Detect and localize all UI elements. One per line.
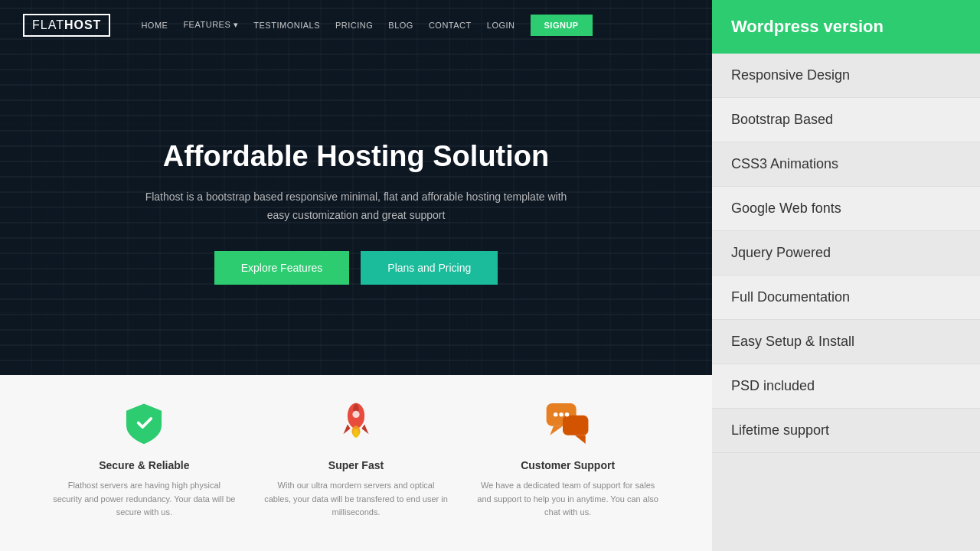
explore-features-button[interactable]: Explore Features <box>214 251 350 285</box>
svg-point-9 <box>559 412 564 417</box>
nav-testimonials[interactable]: TESTIMONIALS <box>253 21 320 30</box>
nav-home[interactable]: HOME <box>141 21 168 30</box>
features-section: Secure & Reliable Flathost servers are h… <box>0 375 712 551</box>
feature-secure-title: Secure & Reliable <box>99 459 189 471</box>
nav-features[interactable]: FEATURES ▾ <box>183 20 238 30</box>
sidebar-item-css3-animations[interactable]: CSS3 Animations <box>712 142 980 187</box>
sidebar-item-lifetime-support[interactable]: Lifetime support <box>712 409 980 453</box>
hero-buttons: Explore Features Plans and Pricing <box>214 251 498 285</box>
rocket-icon <box>331 398 381 448</box>
sidebar-item-google-web-fonts[interactable]: Google Web fonts <box>712 187 980 231</box>
nav-links: HOME FEATURES ▾ TESTIMONIALS PRICING BLO… <box>141 15 689 36</box>
sidebar-header: Wordpress version <box>712 0 980 54</box>
hero-title: Affordable Hosting Solution <box>163 140 550 173</box>
navbar: FLATHOST HOME FEATURES ▾ TESTIMONIALS PR… <box>0 0 712 50</box>
nav-login[interactable]: LOGIN <box>487 21 515 30</box>
sidebar-item-full-documentation[interactable]: Full Documentation <box>712 276 980 320</box>
plans-pricing-button[interactable]: Plans and Pricing <box>361 251 498 285</box>
right-sidebar: Wordpress version Responsive Design Boot… <box>712 0 980 551</box>
svg-point-8 <box>554 412 558 417</box>
sidebar-item-bootstrap-based[interactable]: Bootstrap Based <box>712 98 980 142</box>
feature-support: Customer Support We have a dedicated tea… <box>476 398 660 520</box>
sidebar-item-jquery-powered[interactable]: Jquery Powered <box>712 231 980 276</box>
feature-secure-text: Flathost servers are having high physica… <box>52 479 236 520</box>
sidebar-item-easy-setup[interactable]: Easy Setup & Install <box>712 320 980 364</box>
hero-content: Affordable Hosting Solution Flathost is … <box>0 50 712 375</box>
svg-rect-6 <box>563 416 588 435</box>
sidebar-list: Responsive Design Bootstrap Based CSS3 A… <box>712 54 980 551</box>
feature-support-text: We have a dedicated team of support for … <box>476 479 660 520</box>
nav-pricing[interactable]: PRICING <box>335 21 373 30</box>
sidebar-item-psd-included[interactable]: PSD included <box>712 364 980 409</box>
svg-point-1 <box>352 410 359 417</box>
svg-marker-5 <box>550 426 563 435</box>
sidebar-item-responsive-design[interactable]: Responsive Design <box>712 54 980 98</box>
feature-fast-text: With our ultra mordern servers and optic… <box>264 479 448 520</box>
svg-point-3 <box>353 429 358 437</box>
hero-section: FLATHOST HOME FEATURES ▾ TESTIMONIALS PR… <box>0 0 712 375</box>
hero-subtitle: Flathost is a bootstrap based responsive… <box>134 188 578 225</box>
logo-host: HOST <box>64 18 101 31</box>
signup-button[interactable]: SIGNUP <box>531 15 593 36</box>
feature-fast-title: Super Fast <box>328 459 384 471</box>
shield-icon <box>119 398 169 448</box>
nav-contact[interactable]: CONTACT <box>429 21 472 30</box>
feature-fast: Super Fast With our ultra mordern server… <box>264 398 448 520</box>
feature-secure: Secure & Reliable Flathost servers are h… <box>52 398 236 520</box>
svg-marker-7 <box>575 435 586 444</box>
svg-point-10 <box>565 412 570 417</box>
logo: FLATHOST <box>23 14 110 37</box>
logo-flat: FLAT <box>32 18 64 31</box>
feature-support-title: Customer Support <box>521 459 615 471</box>
chat-icon <box>543 398 593 448</box>
left-panel: FLATHOST HOME FEATURES ▾ TESTIMONIALS PR… <box>0 0 712 551</box>
nav-blog[interactable]: BLOG <box>388 21 413 30</box>
